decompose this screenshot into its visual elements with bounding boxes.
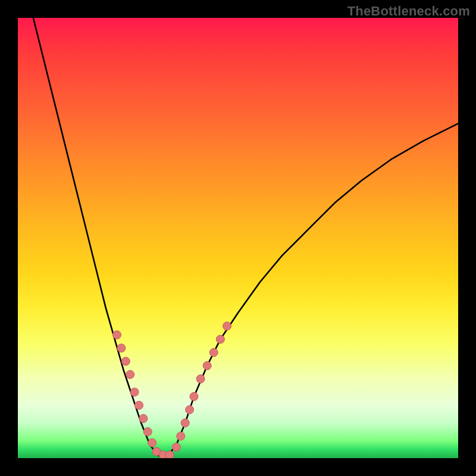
marker-dot <box>143 428 152 436</box>
plot-area <box>18 18 458 458</box>
chart-frame: TheBottleneck.com <box>0 0 476 476</box>
marker-dot <box>196 375 205 383</box>
marker-dot <box>148 439 156 447</box>
marker-dot <box>130 388 139 396</box>
marker-dot <box>165 451 174 458</box>
bottleneck-curve-path <box>33 18 458 456</box>
marker-dot <box>186 406 194 414</box>
marker-dot <box>209 348 218 356</box>
watermark-text: TheBottleneck.com <box>347 4 470 19</box>
marker-dot <box>126 370 134 378</box>
marker-dot <box>113 331 121 339</box>
marker-dot <box>135 401 143 409</box>
marker-dot <box>216 335 224 343</box>
marker-dot <box>181 419 189 427</box>
marker-dot <box>223 322 231 330</box>
bottleneck-curve <box>33 18 458 456</box>
marker-dot <box>190 392 198 400</box>
marker-dot <box>139 414 148 422</box>
marker-dot <box>177 432 185 440</box>
marker-dot <box>203 362 211 370</box>
marker-dot <box>117 344 126 352</box>
chart-svg <box>18 18 458 458</box>
marker-dot <box>172 443 180 452</box>
marker-dot <box>121 357 130 365</box>
